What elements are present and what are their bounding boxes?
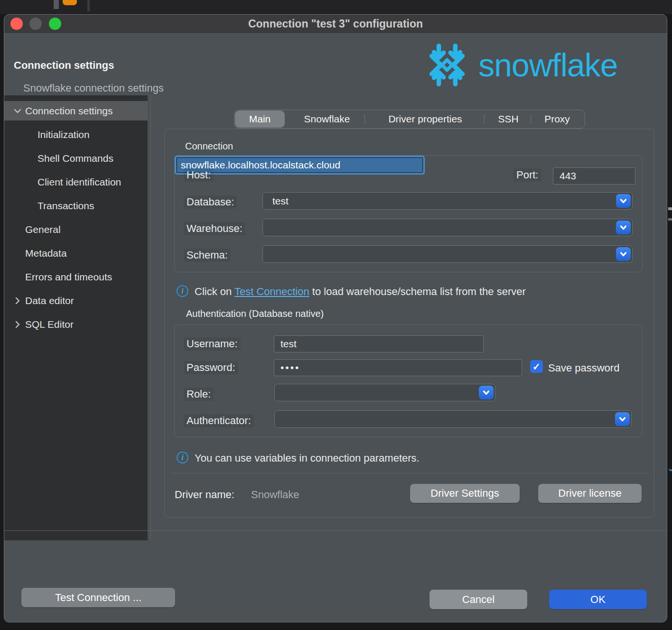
- schema-dropdown-button[interactable]: [616, 247, 631, 261]
- hint-text: Click on: [195, 286, 234, 297]
- sidebar-item-label: Shell Commands: [37, 148, 113, 168]
- chevron-down-icon: [12, 101, 23, 120]
- authenticator-dropdown-button[interactable]: [615, 412, 630, 426]
- background-blue-glyph-fragment: ⌄⌄: [667, 465, 672, 482]
- tab-snowflake[interactable]: Snowflake: [291, 110, 363, 128]
- password-input[interactable]: ••••: [274, 359, 522, 376]
- tab-ssh[interactable]: SSH: [488, 110, 529, 128]
- save-password-label: Save password: [548, 362, 619, 374]
- sidebar-item-data-editor[interactable]: Data editor: [4, 291, 148, 310]
- role-label: Role:: [184, 388, 214, 401]
- port-label: Port:: [513, 168, 541, 182]
- database-label: Database:: [184, 195, 237, 209]
- connection-groupbox: Host: snowflake.localhost.localstack.clo…: [174, 155, 643, 272]
- desktop-background-strip: [0, 0, 672, 14]
- info-icon: i: [177, 285, 188, 297]
- cancel-button[interactable]: Cancel: [429, 590, 527, 609]
- role-dropdown-button[interactable]: [479, 386, 494, 399]
- authentication-groupbox: Username: test Password: •••• ✓ Save pas…: [174, 324, 643, 437]
- dialog-titlebar: Connection "test 3" configuration: [4, 15, 667, 33]
- sidebar-item-label: Transactions: [37, 196, 94, 215]
- tab-main[interactable]: Main: [235, 111, 285, 128]
- driver-name-value: Snowflake: [251, 489, 299, 501]
- main-tab-panel: Connection Host: snowflake.localhost.loc…: [164, 129, 654, 518]
- sidebar-item-metadata[interactable]: Metadata: [4, 243, 148, 263]
- driver-separator: [171, 473, 649, 473]
- test-connection-button[interactable]: Test Connection ...: [21, 588, 175, 607]
- warehouse-combobox[interactable]: [262, 219, 633, 236]
- driver-name-label: Driver name:: [175, 489, 234, 501]
- sidebar-item-general[interactable]: General: [4, 220, 148, 239]
- username-input[interactable]: test: [274, 335, 484, 352]
- port-input[interactable]: 443: [553, 167, 635, 185]
- database-combobox[interactable]: test: [262, 192, 633, 210]
- tab-driver-properties[interactable]: Driver properties: [369, 110, 481, 128]
- sidebar-item-label: General: [25, 220, 61, 239]
- host-label: Host:: [184, 168, 214, 182]
- background-window-fragment: [87, 0, 90, 11]
- chevron-down-icon: [620, 199, 627, 204]
- test-connection-hint: i Click on Test Connection to load wareh…: [195, 286, 526, 298]
- schema-label: Schema:: [184, 249, 231, 262]
- role-combobox[interactable]: [274, 384, 495, 401]
- database-dropdown-button[interactable]: [616, 194, 631, 208]
- chevron-down-icon: [620, 252, 627, 257]
- username-label: Username:: [184, 337, 241, 351]
- authenticator-combobox[interactable]: [274, 410, 632, 428]
- background-window-fragment: [54, 0, 59, 9]
- sidebar-item-label: Client identification: [37, 172, 121, 192]
- driver-license-button[interactable]: Driver license: [538, 484, 642, 503]
- dialog-title: Connection "test 3" configuration: [4, 15, 667, 33]
- sidebar-item-connection-settings[interactable]: Connection settings: [4, 101, 148, 120]
- save-password-checkbox[interactable]: ✓: [530, 360, 543, 373]
- tab-proxy[interactable]: Proxy: [534, 110, 580, 128]
- authentication-group-label: Authentication (Database native): [186, 308, 324, 319]
- authenticator-label: Authenticator:: [184, 414, 254, 427]
- sidebar-divider: [150, 95, 151, 540]
- username-value: test: [280, 338, 297, 350]
- sidebar-item-sql-editor[interactable]: SQL Editor: [4, 315, 148, 334]
- test-connection-link[interactable]: Test Connection: [234, 286, 309, 297]
- driver-settings-button[interactable]: Driver Settings: [410, 484, 520, 503]
- info-icon: i: [177, 452, 188, 463]
- sidebar-item-initialization[interactable]: Initialization: [4, 125, 148, 144]
- page-title: Connection settings: [14, 59, 114, 72]
- schema-combobox[interactable]: [262, 245, 633, 263]
- sidebar-item-shell-commands[interactable]: Shell Commands: [4, 148, 148, 168]
- sidebar-item-label: Data editor: [25, 291, 74, 310]
- connection-configuration-dialog: Connection "test 3" configuration Connec…: [4, 14, 667, 622]
- sidebar-item-errors-and-timeouts[interactable]: Errors and timeouts: [4, 267, 148, 287]
- sidebar-item-label: Initialization: [37, 125, 90, 144]
- footer-divider: [4, 530, 667, 531]
- close-button[interactable]: [10, 18, 23, 30]
- checkmark-icon: ✓: [532, 361, 541, 372]
- sidebar-item-label: SQL Editor: [25, 315, 74, 334]
- warehouse-label: Warehouse:: [184, 222, 245, 235]
- settings-tabbar: Main Snowflake Driver properties SSH Pro…: [234, 110, 585, 129]
- minimize-button[interactable]: [29, 18, 42, 30]
- snowflake-logo-icon: [420, 38, 474, 92]
- database-value: test: [272, 193, 289, 209]
- settings-sidebar: Connection settings Initialization Shell…: [4, 95, 148, 540]
- chevron-right-icon: [12, 291, 23, 310]
- sidebar-item-client-identification[interactable]: Client identification: [4, 172, 148, 192]
- hint-text: You can use variables in connection para…: [195, 452, 420, 464]
- variables-hint: i You can use variables in connection pa…: [195, 452, 420, 464]
- hint-text: to load warehouse/schema list from the s…: [309, 286, 526, 297]
- sidebar-item-transactions[interactable]: Transactions: [4, 196, 148, 215]
- tab-divider: [531, 114, 531, 124]
- password-label: Password:: [184, 361, 238, 374]
- sidebar-item-label: Errors and timeouts: [25, 267, 112, 287]
- password-value: ••••: [280, 362, 300, 373]
- ok-button[interactable]: OK: [549, 590, 647, 609]
- zoom-button[interactable]: [49, 18, 61, 30]
- tab-divider: [484, 114, 485, 124]
- chevron-down-icon: [483, 390, 490, 395]
- page-subtitle: Snowflake connection settings: [23, 82, 164, 94]
- chevron-down-icon: [619, 417, 626, 422]
- connection-group-label: Connection: [185, 141, 233, 152]
- chevron-down-icon: [620, 225, 627, 230]
- background-window-fragment: [668, 218, 672, 221]
- warehouse-dropdown-button[interactable]: [616, 221, 631, 234]
- tab-divider: [364, 114, 365, 124]
